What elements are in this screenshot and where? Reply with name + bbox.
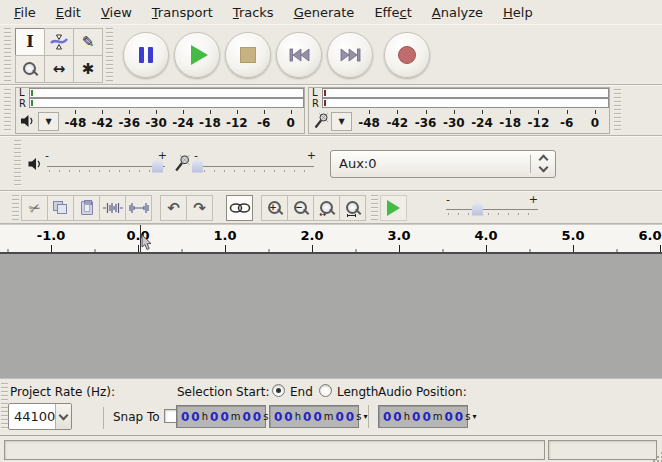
timeline-ruler[interactable]: -1.0 0.0 1.0 2.0 3.0 4.0 5.0 6.0 — [0, 224, 662, 254]
play-at-speed-button[interactable] — [380, 195, 407, 221]
zoom-out-icon: − — [293, 200, 309, 216]
microphone-icon — [173, 155, 190, 172]
record-button[interactable] — [384, 32, 430, 78]
edit-toolbar: ✂ ↶ ↷ + − ↔ - + — [0, 191, 662, 224]
draw-tool-icon: ✎ — [82, 33, 95, 51]
playback-speed-thumb[interactable] — [472, 202, 483, 216]
channel-label: L — [309, 88, 322, 98]
toolbar-grip[interactable] — [4, 89, 11, 132]
channel-label: R — [309, 99, 322, 109]
toolbar-grip[interactable] — [4, 28, 11, 81]
play-button[interactable] — [174, 32, 220, 78]
playback-meter-bar-right[interactable] — [29, 98, 304, 108]
ruler-label: 4.0 — [474, 228, 497, 243]
field-dropdown-icon[interactable]: ▾ — [363, 412, 367, 421]
toolbar-grip[interactable] — [106, 28, 113, 81]
pause-icon — [139, 47, 153, 63]
play-at-speed-icon — [387, 200, 400, 216]
toolbar-grip[interactable] — [614, 89, 621, 132]
sync-lock-button[interactable] — [226, 195, 253, 221]
silence-audio-button[interactable] — [125, 195, 152, 221]
pause-button[interactable] — [123, 32, 169, 78]
undo-icon: ↶ — [167, 199, 180, 217]
cut-button[interactable]: ✂ — [21, 195, 48, 221]
stop-button[interactable] — [225, 32, 271, 78]
recording-meter-bar-right[interactable] — [322, 98, 609, 108]
input-source-combo[interactable]: Aux:0 — [330, 150, 556, 178]
tools-toolbar: I ✎ ↔ ✱ — [15, 28, 102, 82]
paste-button[interactable] — [73, 195, 100, 221]
meter-zero-tick — [31, 90, 33, 96]
combo-chevrons-icon — [531, 156, 555, 171]
time-shift-tool-button[interactable]: ↔ — [44, 55, 74, 83]
toolbar-grip[interactable] — [371, 195, 378, 220]
length-radio[interactable] — [319, 384, 332, 397]
toolbar-grip[interactable] — [14, 140, 21, 187]
meter-zero-tick — [31, 100, 33, 106]
end-radio[interactable] — [272, 384, 285, 397]
envelope-tool-icon — [49, 34, 69, 50]
playback-speed-slider[interactable]: - + — [446, 193, 538, 223]
meter-dropdown-button[interactable]: ▼ — [38, 112, 59, 131]
copy-button[interactable] — [47, 195, 74, 221]
ruler-label: 2.0 — [300, 228, 323, 243]
menu-file[interactable]: File — [4, 1, 46, 24]
channel-label: R — [16, 99, 29, 109]
paste-icon — [81, 201, 93, 215]
ruler-label: 6.0 — [638, 228, 661, 243]
zoom-tool-button[interactable] — [15, 55, 45, 83]
trim-audio-icon — [102, 201, 124, 215]
zoom-in-button[interactable]: + — [261, 195, 288, 221]
mixer-toolbar: - + - + Aux:0 — [0, 136, 662, 191]
length-radio-label: Length — [337, 385, 378, 399]
ruler-label: 1.0 — [213, 228, 236, 243]
draw-tool-button[interactable]: ✎ — [73, 28, 103, 56]
status-pane-right — [548, 440, 657, 460]
multi-tool-button[interactable]: ✱ — [73, 55, 103, 83]
menu-help[interactable]: Help — [493, 1, 543, 24]
input-volume-slider[interactable]: - + — [192, 147, 314, 181]
window-resize-grip[interactable] — [657, 456, 659, 458]
menu-edit[interactable]: Edit — [46, 1, 91, 24]
field-dropdown-icon[interactable]: ▾ — [472, 412, 476, 421]
skip-to-start-button[interactable] — [276, 32, 322, 78]
redo-button[interactable]: ↷ — [186, 195, 213, 221]
selection-end-field[interactable]: 00h00m00s ▾ — [269, 405, 359, 428]
skip-to-end-icon — [340, 48, 361, 62]
zoom-to-selection-button[interactable]: ↔ — [313, 195, 340, 221]
menu-view[interactable]: View — [91, 1, 142, 24]
multi-tool-icon: ✱ — [82, 60, 95, 78]
meter-toolbar-row: L R ▼ -48-42-36-30-24-18-12-60 L R — [0, 85, 662, 136]
fit-project-button[interactable] — [339, 195, 366, 221]
toolbar-grip[interactable] — [12, 195, 19, 220]
recording-meter[interactable]: L R ▼ -48-42-36-30-24-18-12-60 — [308, 87, 610, 134]
audio-position-field[interactable]: 00h00m00s ▾ — [378, 405, 468, 428]
playback-meter[interactable]: L R ▼ -48-42-36-30-24-18-12-60 — [15, 87, 305, 134]
selection-start-field[interactable]: 00h00m00s ▾ — [176, 405, 266, 428]
cut-icon: ✂ — [26, 198, 42, 217]
menu-analyze[interactable]: Analyze — [422, 1, 493, 24]
output-volume-slider[interactable]: - + — [47, 147, 165, 181]
menu-tracks[interactable]: Tracks — [223, 1, 284, 24]
play-icon — [191, 45, 208, 65]
end-radio-label: End — [290, 385, 313, 399]
zoom-out-button[interactable]: − — [287, 195, 314, 221]
meter-zero-tick — [324, 100, 326, 106]
toolbar-grip[interactable] — [1, 383, 8, 431]
menu-transport[interactable]: Transport — [142, 1, 223, 24]
snap-to-label: Snap To — [113, 410, 160, 424]
meter-dropdown-button[interactable]: ▼ — [331, 112, 352, 131]
recording-meter-bar-left[interactable] — [322, 88, 609, 98]
undo-button[interactable]: ↶ — [160, 195, 187, 221]
project-rate-combo[interactable]: 44100 — [8, 403, 72, 430]
selection-toolbar: Project Rate (Hz): 44100 Snap To Selecti… — [0, 378, 662, 435]
trim-audio-button[interactable] — [99, 195, 126, 221]
skip-to-end-button[interactable] — [327, 32, 373, 78]
menu-generate[interactable]: Generate — [284, 1, 365, 24]
playback-meter-bar-left[interactable] — [29, 88, 304, 98]
selection-tool-button[interactable]: I — [15, 28, 45, 56]
envelope-tool-button[interactable] — [44, 28, 74, 56]
selection-tool-icon: I — [26, 32, 33, 51]
menu-effect[interactable]: Effect — [364, 1, 421, 24]
silence-audio-icon — [128, 201, 150, 215]
